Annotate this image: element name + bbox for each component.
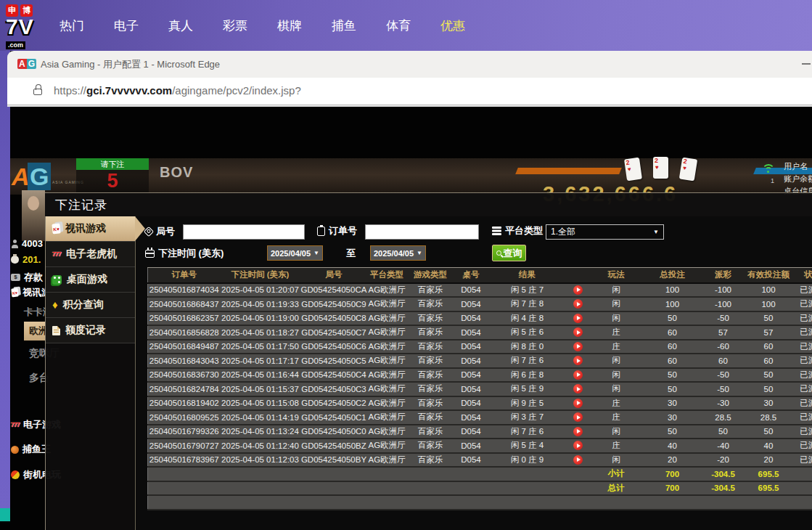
- platform-type-select[interactable]: 1.全部 ▼: [546, 224, 664, 240]
- cell: D054: [455, 453, 488, 468]
- cell: 已派彩: [792, 297, 812, 311]
- play-button[interactable]: [573, 441, 583, 450]
- nav-item-4[interactable]: 彩票: [223, 17, 247, 34]
- col-header-6: 结果: [488, 268, 567, 283]
- play-button[interactable]: [573, 384, 583, 394]
- col-header-5: 桌号: [455, 268, 488, 283]
- sidebar-item-3[interactable]: 桌面游戏: [46, 267, 135, 293]
- browser-urlbar[interactable]: https://gci.7vvvvvv.com/agingame/pcv2/in…: [7, 78, 812, 105]
- play-button[interactable]: [573, 327, 583, 337]
- play-button[interactable]: [573, 455, 583, 465]
- promo-nav-bar: 申博 7V .com 热门电子真人彩票棋牌捕鱼体育优惠: [0, 0, 812, 51]
- cell: 已派彩: [792, 354, 812, 368]
- play-button[interactable]: [573, 412, 583, 422]
- chevron-down-icon: ▼: [313, 250, 319, 256]
- cell: 庄: [589, 340, 644, 354]
- date-from-select[interactable]: 2025/04/05▼: [267, 245, 323, 261]
- diamond-icon: ♦: [52, 300, 58, 310]
- nav-item-8[interactable]: 优惠: [440, 17, 465, 34]
- play-button[interactable]: [573, 342, 583, 351]
- cell: 100: [745, 297, 792, 311]
- cell: 百家乐: [406, 311, 455, 326]
- balance-item: 201.: [11, 254, 41, 265]
- date-to-select[interactable]: 2025/04/05▼: [370, 245, 426, 261]
- play-button[interactable]: [573, 285, 583, 295]
- cell: AG欧洲厅: [368, 340, 406, 354]
- col-header-1: 下注时间 (美东): [221, 268, 300, 283]
- nav-item-5[interactable]: 棋牌: [277, 17, 302, 34]
- platform-icon: [492, 227, 501, 229]
- cell: 百家乐: [406, 396, 455, 411]
- nav-item-2[interactable]: 电子: [114, 17, 139, 34]
- cell: 100: [644, 297, 702, 311]
- cell: AG欧洲厅: [368, 410, 406, 425]
- cell: 28.5: [702, 410, 745, 425]
- cell: -50: [702, 382, 745, 396]
- cell: 百家乐: [406, 425, 455, 439]
- site-logo[interactable]: 申博 7V .com: [6, 3, 51, 48]
- dealer-photo: [22, 190, 45, 241]
- cell: 250405016783967: [148, 453, 221, 468]
- doc-icon: [52, 326, 60, 335]
- minimize-button[interactable]: [802, 63, 811, 65]
- lock-icon: [33, 89, 42, 95]
- cell: 250405016809525: [148, 410, 221, 425]
- cell: [792, 481, 812, 496]
- cell: 60: [745, 354, 792, 368]
- account-balance-label: 账户余额: [784, 174, 812, 184]
- cell: GD054254050C7: [300, 325, 368, 340]
- cell: [567, 354, 589, 368]
- cell: 闲: [589, 311, 644, 326]
- records-table-body: 2504050168740342025-04-05 01:20:07GD0542…: [148, 283, 812, 510]
- cell: [567, 425, 589, 439]
- search-button[interactable]: 查询: [492, 245, 526, 261]
- url-text[interactable]: https://gci.7vvvvvv.com/agingame/pcv2/in…: [54, 84, 301, 97]
- cell: 闲 5 庄 4: [488, 439, 567, 453]
- round-number-input[interactable]: [183, 224, 305, 240]
- play-button[interactable]: [573, 399, 583, 408]
- cell: 50: [702, 425, 745, 439]
- cell: 2025-04-05 01:17:50: [221, 340, 300, 354]
- cell: 百家乐: [406, 368, 455, 383]
- table-row: 2504050167993262025-04-05 01:13:24GD0542…: [148, 425, 812, 439]
- sidebar-item-5[interactable]: 额度记录: [46, 318, 135, 343]
- nav-item-1[interactable]: 热门: [60, 17, 84, 34]
- sidebar-item-4[interactable]: ♦积分查询: [46, 293, 135, 318]
- cell: 50: [745, 382, 792, 396]
- cell: 闲: [589, 283, 644, 298]
- cell: D054: [455, 410, 488, 425]
- deposit-item[interactable]: $ 存款: [11, 271, 43, 284]
- nav-item-6[interactable]: 捕鱼: [332, 17, 356, 34]
- cell: 700: [644, 467, 702, 481]
- nav-item-7[interactable]: 体育: [386, 17, 411, 34]
- cell: 已派彩: [792, 382, 812, 396]
- cell: D054: [455, 396, 488, 411]
- cell: -50: [702, 368, 745, 383]
- sidebar-item-1[interactable]: K♥视讯游戏: [46, 216, 135, 242]
- cell: 250405016843043: [148, 354, 221, 368]
- table-row: 2504050168367302025-04-05 01:16:44GD0542…: [148, 368, 812, 383]
- play-button[interactable]: [573, 370, 583, 380]
- cell: 20: [644, 453, 702, 468]
- sidebar-item-2[interactable]: 777电子老虎机: [46, 242, 135, 267]
- cell: GD054254050C6: [300, 340, 368, 354]
- cell: 50: [644, 382, 702, 396]
- window-title: Asia Gaming - 用户配置 1 - Microsoft Edge: [41, 58, 220, 71]
- play-button[interactable]: [573, 427, 583, 436]
- url-domain: gci.7vvvvvv.com: [86, 84, 172, 97]
- platform-type-group: 平台类型: [492, 224, 543, 237]
- order-number-label: 订单号: [329, 224, 357, 237]
- nav-item-3[interactable]: 真人: [168, 17, 193, 34]
- order-number-input[interactable]: [365, 224, 479, 240]
- play-button[interactable]: [573, 299, 583, 309]
- cell: 28.5: [745, 410, 792, 425]
- cell: -20: [702, 453, 745, 468]
- play-button[interactable]: [573, 356, 583, 365]
- url-path: /agingame/pcv2/index.jsp?: [172, 84, 301, 97]
- slot-777-icon: 777: [11, 421, 20, 428]
- cell: 闲 5 庄 7: [488, 283, 567, 298]
- cell: 闲: [589, 354, 644, 368]
- url-scheme: https://: [54, 84, 86, 97]
- cell: [567, 410, 589, 425]
- play-button[interactable]: [573, 314, 583, 323]
